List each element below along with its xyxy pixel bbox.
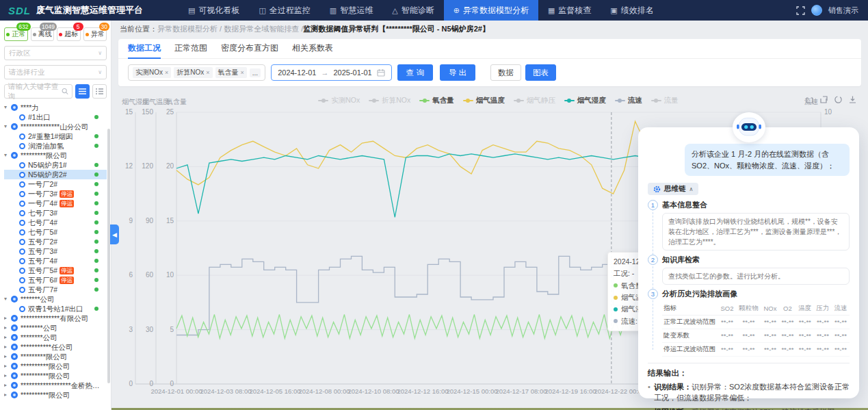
tree-company-row[interactable]: ▸**********限公司 bbox=[4, 400, 107, 401]
table-cell: **-** bbox=[761, 329, 779, 343]
restore-icon[interactable] bbox=[834, 95, 843, 104]
tree-device-row[interactable]: 一号厂3#停运 bbox=[4, 189, 107, 198]
tree-company-row[interactable]: ▸**************有限公司 bbox=[4, 313, 107, 323]
tree-company-row[interactable]: ▸**********限公司 bbox=[4, 390, 107, 400]
list-view-button[interactable] bbox=[75, 84, 90, 99]
legend-item-氧含量[interactable]: 氧含量 bbox=[419, 96, 454, 105]
tree-device-row[interactable]: 一号厂4#停运 bbox=[4, 198, 107, 208]
indicator-multiselect[interactable]: 实测NOx×折算NOx×氧含量×... bbox=[128, 64, 265, 81]
tree-device-row[interactable]: 七号厂4# bbox=[4, 218, 107, 227]
search-input[interactable]: 请输入关键字查询 bbox=[4, 84, 73, 99]
legend-item-实测NOx[interactable]: 实测NOx bbox=[318, 96, 360, 105]
zoom-revert-icon[interactable] bbox=[819, 95, 828, 104]
tab-正常范围[interactable]: 正常范围 bbox=[174, 39, 207, 59]
menu-item-smart-diagnosis[interactable]: △智能诊断 bbox=[382, 0, 443, 21]
search-placeholder: 请输入关键字查询 bbox=[8, 82, 62, 101]
mode-data-button[interactable]: 数据 bbox=[490, 64, 521, 81]
menu-item-performance-ranking[interactable]: ▣绩效排名 bbox=[601, 0, 663, 21]
online-status-dot bbox=[94, 163, 98, 167]
tab-相关系数表[interactable]: 相关系数表 bbox=[292, 39, 333, 59]
export-button[interactable]: 导 出 bbox=[440, 64, 475, 81]
online-status-dot bbox=[94, 115, 98, 119]
menu-item-visual-board[interactable]: ▤可视化看板 bbox=[179, 0, 249, 21]
indicator-tag[interactable]: 实测NOx× bbox=[133, 67, 171, 78]
tree-device-row[interactable]: #1出口 bbox=[4, 112, 107, 122]
tab-密度分布直方图[interactable]: 密度分布直方图 bbox=[221, 39, 278, 59]
tree-company-row[interactable]: ▸***********任公司 bbox=[4, 342, 107, 352]
status-filter-正常[interactable]: 正常632 bbox=[4, 27, 28, 41]
tree-device-row[interactable]: 2#重整1#烟囱 bbox=[4, 131, 107, 141]
tree-device-row[interactable]: 七号厂3# bbox=[4, 208, 107, 218]
tree-company-row[interactable]: ▸*********限公司 bbox=[4, 352, 107, 361]
sidebar-collapse-handle[interactable]: ◀ bbox=[110, 225, 119, 244]
region-select[interactable]: 行政区 ∨ bbox=[4, 46, 107, 60]
tree-scrollbar[interactable] bbox=[107, 129, 110, 383]
ranking-icon: ▣ bbox=[610, 6, 617, 15]
table-row-label: 停运工况波动范围 bbox=[662, 343, 718, 357]
tree-device-row[interactable]: N5锅炉房1# bbox=[4, 160, 107, 170]
remove-tag-icon[interactable]: × bbox=[241, 69, 244, 76]
card-view-button[interactable] bbox=[92, 84, 107, 99]
tree-device-row[interactable]: 润滑油加氢 bbox=[4, 141, 107, 151]
breadcrumb-path[interactable]: 异常数据模型分析 / 数据异常全域智能排查 / bbox=[157, 24, 303, 34]
tree-company-row[interactable]: ▾*******公司 bbox=[4, 294, 107, 304]
user-avatar[interactable] bbox=[811, 5, 822, 16]
mode-chart-button[interactable]: 图表 bbox=[525, 64, 556, 81]
tree-device-row[interactable]: 五号厂7# bbox=[4, 285, 107, 294]
tree-device-row[interactable]: 五号厂3# bbox=[4, 246, 107, 256]
tree-device-row[interactable]: 五号厂5#停运 bbox=[4, 266, 107, 275]
menu-item-supervision-check[interactable]: ▦监督核查 bbox=[538, 0, 601, 21]
region-select-placeholder: 行政区 bbox=[9, 49, 31, 58]
table-header-cell: O2 bbox=[779, 302, 796, 316]
indicator-tag[interactable]: 氧含量× bbox=[215, 67, 247, 78]
fullscreen-icon[interactable] bbox=[796, 6, 805, 15]
zoom-select-icon[interactable] bbox=[805, 95, 814, 104]
caret-down-icon: ▾ bbox=[4, 122, 11, 131]
tree-device-row[interactable]: 一号厂2# bbox=[4, 179, 107, 189]
company-icon bbox=[11, 324, 18, 331]
device-label: N5锅炉房2# bbox=[28, 170, 67, 179]
status-filter-离线[interactable]: 离线1049 bbox=[31, 27, 55, 41]
industry-select[interactable]: 请选择行业 ∨ bbox=[4, 65, 107, 79]
tree-company-row[interactable]: ▾*********限公司 bbox=[4, 151, 107, 160]
tree-company-row[interactable]: ▸******************金桥热电厂 bbox=[4, 381, 107, 390]
tree-company-row[interactable]: ▸**********限公司 bbox=[4, 371, 107, 381]
date-range-picker[interactable]: 2024-12-01 → 2025-01-01 bbox=[271, 64, 392, 81]
query-button[interactable]: 查 询 bbox=[397, 64, 433, 81]
remove-tag-icon[interactable]: × bbox=[206, 69, 209, 76]
tree-company-row[interactable]: ▸********公司 bbox=[4, 323, 107, 333]
legend-item-烟气温度[interactable]: 烟气温度 bbox=[463, 96, 505, 105]
menu-item-abnormal-model-analysis[interactable]: ⊕异常数据模型分析 bbox=[444, 0, 538, 21]
table-header-cell: NOx bbox=[761, 302, 779, 316]
company-label: *******公司 bbox=[21, 294, 55, 304]
device-icon bbox=[19, 248, 25, 255]
company-label: **************有限公司 bbox=[21, 313, 88, 323]
menu-item-process-monitor[interactable]: ◫全过程监控 bbox=[249, 0, 319, 21]
tree-device-row[interactable]: 双青1号站1#出口 bbox=[4, 304, 107, 313]
indicator-tag[interactable]: 折算NOx× bbox=[174, 67, 212, 78]
online-status-dot bbox=[94, 144, 98, 148]
legend-item-烟气静压[interactable]: 烟气静压 bbox=[514, 96, 555, 105]
navbar-right: 销售演示 bbox=[796, 5, 868, 16]
download-icon[interactable] bbox=[848, 95, 857, 104]
legend-item-流速[interactable]: 流速 bbox=[615, 96, 642, 105]
tree-company-row[interactable]: ▾****力 bbox=[4, 103, 107, 112]
tab-数据工况[interactable]: 数据工况 bbox=[128, 39, 161, 59]
tree-company-row[interactable]: ▾**************山分公司 bbox=[4, 122, 107, 131]
legend-item-烟气湿度[interactable]: 烟气湿度 bbox=[564, 96, 606, 105]
table-header-cell: SO2 bbox=[718, 302, 736, 316]
chain-of-thought-toggle[interactable]: 思维链 ∧ bbox=[648, 183, 698, 195]
remove-tag-icon[interactable]: × bbox=[165, 69, 168, 76]
status-filter-异常[interactable]: 异常30 bbox=[83, 27, 107, 41]
tree-company-row[interactable]: ▸**********限公司 bbox=[4, 361, 107, 371]
menu-item-smart-ops[interactable]: ▥智慧运维 bbox=[320, 0, 382, 21]
legend-item-折算NOx[interactable]: 折算NOx bbox=[369, 96, 410, 105]
status-filter-超标[interactable]: 超标5 bbox=[57, 27, 81, 41]
legend-item-流量[interactable]: 流量 bbox=[651, 96, 679, 105]
tree-device-row[interactable]: 五号厂6#停运 bbox=[4, 275, 107, 285]
tree-device-row[interactable]: N5锅炉房2# bbox=[4, 170, 107, 179]
tree-device-row[interactable]: 五号厂4# bbox=[4, 256, 107, 266]
tree-device-row[interactable]: 七号厂5# bbox=[4, 227, 107, 237]
tree-company-row[interactable]: ▸********公司 bbox=[4, 333, 107, 342]
tree-device-row[interactable]: 五号厂2# bbox=[4, 237, 107, 246]
